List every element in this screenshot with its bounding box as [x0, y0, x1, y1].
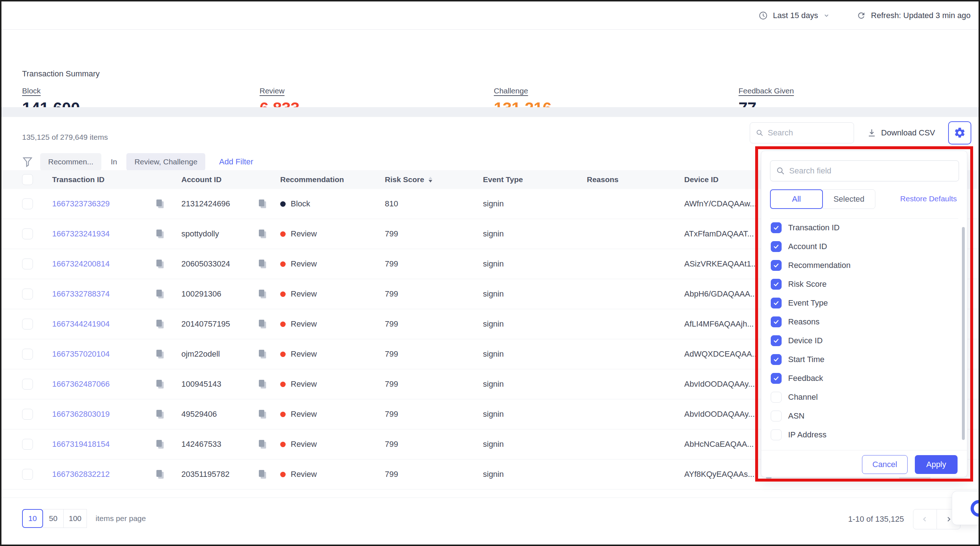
column-header-event-type[interactable]: Event Type — [483, 175, 587, 184]
metric-label[interactable]: Review — [259, 86, 285, 95]
field-checkbox[interactable] — [771, 279, 782, 290]
copy-icon[interactable] — [155, 379, 165, 390]
field-checkbox[interactable] — [771, 411, 782, 422]
tab-all[interactable]: All — [770, 189, 823, 209]
copy-icon[interactable] — [258, 469, 267, 480]
panel-scrollbar[interactable] — [962, 227, 965, 440]
page-size-50[interactable]: 50 — [43, 509, 64, 528]
field-toggle-item[interactable]: Recommendation — [761, 256, 961, 275]
field-checkbox[interactable] — [771, 430, 782, 440]
field-toggle-item[interactable]: Start Time — [761, 350, 961, 369]
row-checkbox[interactable] — [22, 439, 33, 450]
row-checkbox[interactable] — [22, 318, 33, 330]
add-filter-button[interactable]: Add Filter — [219, 157, 253, 167]
account-id: 20140757195 — [181, 319, 230, 329]
copy-icon[interactable] — [155, 469, 165, 480]
copy-icon[interactable] — [155, 228, 165, 239]
row-checkbox[interactable] — [22, 469, 33, 480]
copy-icon[interactable] — [258, 318, 267, 330]
copy-icon[interactable] — [155, 318, 165, 330]
select-all-checkbox[interactable] — [22, 174, 33, 185]
time-range-selector[interactable]: Last 15 days — [759, 11, 830, 20]
transaction-id-link[interactable]: 1667362487066 — [52, 379, 110, 389]
row-checkbox[interactable] — [22, 409, 33, 420]
row-checkbox[interactable] — [22, 379, 33, 390]
field-checkbox[interactable] — [771, 260, 782, 271]
copy-icon[interactable] — [258, 288, 267, 299]
tab-selected[interactable]: Selected — [822, 189, 875, 209]
field-toggle-item[interactable]: Account ID — [761, 237, 961, 256]
page-size-10[interactable]: 10 — [22, 509, 43, 528]
column-settings-button[interactable] — [948, 121, 971, 145]
field-toggle-item[interactable]: Event Type — [761, 294, 961, 312]
field-checkbox[interactable] — [771, 392, 782, 403]
field-checkbox[interactable] — [771, 354, 782, 365]
risk-score: 810 — [385, 199, 483, 209]
transaction-id-link[interactable]: 1667324200814 — [52, 259, 110, 269]
search-input[interactable] — [768, 128, 848, 138]
column-header-reasons[interactable]: Reasons — [587, 175, 684, 184]
sort-descending-icon[interactable] — [428, 176, 433, 183]
field-toggle-item[interactable]: Device ID — [761, 331, 961, 350]
column-header-account-id[interactable]: Account ID — [181, 175, 280, 184]
download-csv-button[interactable]: Download CSV — [867, 128, 935, 138]
copy-icon[interactable] — [258, 379, 267, 390]
transaction-id-link[interactable]: 1667323736329 — [52, 199, 110, 209]
row-checkbox[interactable] — [22, 349, 33, 360]
row-checkbox[interactable] — [22, 288, 33, 299]
transaction-id-link[interactable]: 1667344241904 — [52, 319, 110, 329]
field-checkbox[interactable] — [771, 298, 782, 309]
field-checkbox[interactable] — [771, 373, 782, 384]
help-button-partial[interactable] — [952, 491, 978, 525]
filter-chip-field[interactable]: Recommen... — [40, 153, 101, 170]
transaction-id-link[interactable]: 1667362803019 — [52, 409, 110, 419]
copy-icon[interactable] — [155, 288, 165, 299]
column-header-transaction-id[interactable]: Transaction ID — [52, 175, 181, 184]
copy-icon[interactable] — [258, 409, 267, 420]
field-toggle-item[interactable]: Feedback — [761, 369, 961, 388]
apply-button[interactable]: Apply — [915, 455, 958, 474]
restore-defaults-link[interactable]: Restore Defaults — [900, 194, 957, 203]
metric-label[interactable]: Block — [22, 86, 41, 95]
row-checkbox[interactable] — [22, 258, 33, 269]
copy-icon[interactable] — [155, 349, 165, 360]
copy-icon[interactable] — [258, 198, 267, 209]
account-id: spottydolly — [181, 229, 219, 239]
transaction-id-link[interactable]: 1667362832212 — [52, 470, 110, 479]
field-toggle-item[interactable]: ASN — [761, 407, 961, 425]
copy-icon[interactable] — [155, 258, 165, 269]
transaction-id-link[interactable]: 1667319418154 — [52, 439, 110, 449]
copy-icon[interactable] — [155, 439, 165, 450]
column-header-recommendation[interactable]: Recommendation — [280, 175, 385, 184]
filter-chip-value[interactable]: Review, Challenge — [126, 153, 205, 170]
copy-icon[interactable] — [258, 258, 267, 269]
column-header-risk-score[interactable]: Risk Score — [385, 175, 483, 184]
field-toggle-item[interactable]: Risk Score — [761, 275, 961, 294]
cancel-button[interactable]: Cancel — [862, 455, 908, 474]
row-checkbox[interactable] — [22, 198, 33, 209]
field-checkbox[interactable] — [771, 317, 782, 327]
transaction-id-link[interactable]: 1667357020104 — [52, 349, 110, 359]
metric-label[interactable]: Challenge — [494, 86, 528, 95]
copy-icon[interactable] — [258, 439, 267, 450]
transaction-id-link[interactable]: 1667332788374 — [52, 289, 110, 299]
page-size-100[interactable]: 100 — [64, 509, 87, 528]
previous-page-button[interactable] — [913, 509, 937, 529]
copy-icon[interactable] — [258, 349, 267, 360]
row-checkbox[interactable] — [22, 228, 33, 239]
transaction-id-link[interactable]: 1667323241934 — [52, 229, 110, 239]
refresh-control[interactable]: Refresh: Updated 3 min ago — [857, 11, 970, 20]
field-checkbox[interactable] — [771, 335, 782, 346]
copy-icon[interactable] — [155, 198, 165, 209]
field-toggle-item[interactable]: Transaction ID — [761, 218, 961, 237]
field-toggle-item[interactable]: Channel — [761, 388, 961, 407]
field-checkbox[interactable] — [771, 222, 782, 233]
copy-icon[interactable] — [155, 409, 165, 420]
field-toggle-item[interactable]: IP Address — [761, 425, 961, 444]
field-search-input[interactable] — [789, 166, 953, 176]
copy-icon[interactable] — [258, 228, 267, 239]
metric-label[interactable]: Feedback Given — [738, 86, 794, 95]
field-checkbox[interactable] — [771, 241, 782, 252]
field-toggle-item[interactable]: Reasons — [761, 312, 961, 331]
recommendation-dot — [280, 201, 286, 207]
